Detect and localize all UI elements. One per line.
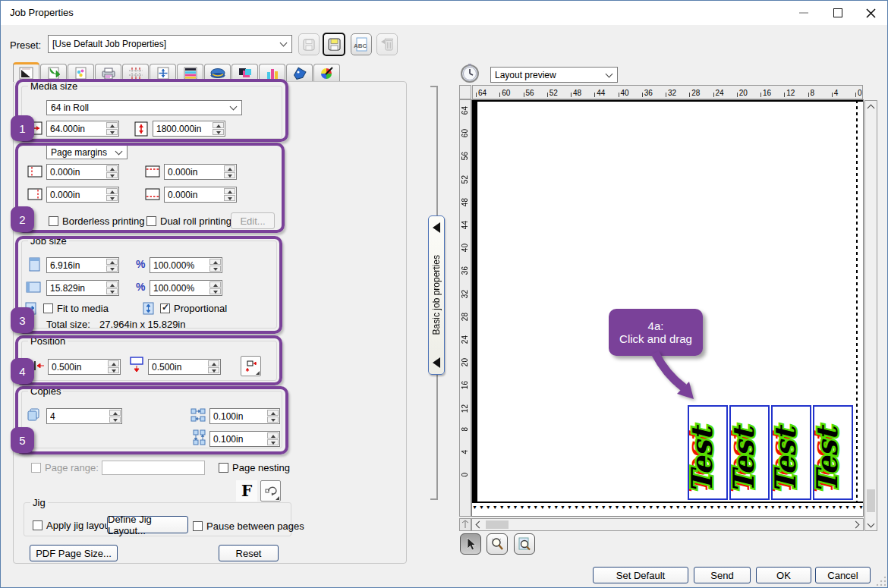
job-width-percent-spinner[interactable] [209, 259, 221, 272]
zoom-to-page-button[interactable] [514, 533, 535, 555]
close-button[interactable] [854, 1, 888, 25]
media-height-field[interactable] [153, 121, 225, 137]
maximize-button[interactable] [820, 1, 855, 25]
page-nesting-checkbox[interactable] [219, 463, 228, 473]
tab-calibration[interactable] [259, 64, 285, 81]
layout-preview-canvas[interactable]: ▼▼▼▼▼▼▼▼▼▼▼▼▼▼▼▼▼▼▼▼▼▼▼▼▼▼▼▼▼▼▼▼▼▼▼▼▼▼▼▼… [471, 99, 864, 517]
scroll-right-button[interactable] [851, 519, 863, 530]
chevron-down-icon [280, 39, 288, 47]
tab-color-management[interactable] [68, 64, 94, 81]
preset-combobox[interactable]: [Use Default Job Properties] [48, 35, 292, 53]
advanced-hat-tab-icon [209, 67, 226, 80]
scroll-left-button[interactable] [472, 519, 484, 530]
margin-right-spinner[interactable] [106, 188, 118, 201]
maximize-icon [833, 8, 842, 17]
preview-test-copy[interactable]: Test Test [813, 405, 853, 500]
apply-jig-checkbox[interactable] [33, 520, 43, 530]
margin-right-field[interactable] [46, 187, 119, 203]
job-height-field[interactable] [46, 280, 119, 296]
rename-preset-button[interactable]: ABC [351, 33, 372, 55]
color-management-tab-icon [74, 67, 89, 80]
preview-test-copy[interactable]: Test Test [688, 405, 728, 500]
preview-vscrollbar[interactable] [864, 100, 877, 531]
margin-bottom-field[interactable] [164, 187, 237, 203]
proportional-label: Proportional [174, 303, 227, 314]
tab-printer-options[interactable] [95, 64, 121, 81]
copies-count-spinner[interactable] [109, 410, 121, 423]
v-spacing-spinner[interactable] [267, 432, 279, 445]
page-range-checkbox[interactable] [31, 463, 41, 473]
v-spacing-field[interactable] [209, 431, 280, 447]
margin-left-field[interactable] [46, 164, 119, 180]
dual-roll-checkbox[interactable] [146, 216, 156, 226]
tab-workflow[interactable] [40, 64, 67, 81]
media-width-spinner[interactable] [106, 122, 118, 135]
job-height-percent-field[interactable] [150, 280, 222, 296]
job-height-icon [26, 281, 41, 293]
margins-mode-combobox[interactable]: Page margins [46, 145, 128, 159]
position-x-spinner[interactable] [108, 360, 119, 373]
preview-mode-combobox[interactable]: Layout preview [490, 67, 618, 83]
preview-test-copy[interactable]: Test Test [771, 405, 811, 500]
minimize-button[interactable] [786, 1, 820, 25]
pdf-page-size-button[interactable]: PDF Page Size... [30, 545, 118, 561]
margin-top-field[interactable] [164, 164, 237, 180]
margin-top-spinner[interactable] [224, 165, 235, 178]
scroll-up-button[interactable] [865, 101, 877, 113]
proportional-checkbox[interactable] [160, 303, 170, 313]
media-height-spinner[interactable] [213, 122, 224, 135]
step5-badge: 5 [11, 427, 34, 453]
fit-to-media-checkbox[interactable] [43, 303, 53, 313]
pause-pages-checkbox[interactable] [193, 521, 203, 531]
tab-color-picker[interactable] [313, 64, 340, 81]
basic-properties-collapse-bar[interactable]: Basic job properties [428, 215, 445, 375]
send-button[interactable]: Send [694, 567, 751, 583]
reset-button[interactable]: Reset [219, 545, 279, 561]
tab-color-mapping[interactable] [231, 64, 258, 81]
cancel-button[interactable]: Cancel [815, 567, 871, 583]
vscroll-thumb[interactable] [867, 489, 875, 512]
job-width-field[interactable] [46, 257, 119, 273]
tab-tiling-marks[interactable] [122, 64, 149, 81]
position-y-field[interactable] [148, 359, 221, 375]
ok-button[interactable]: OK [756, 567, 811, 583]
tab-page-position[interactable] [150, 64, 176, 81]
job-width-spinner[interactable] [106, 259, 118, 272]
position-y-spinner[interactable] [208, 360, 219, 373]
zoom-tool-button[interactable] [487, 533, 508, 555]
media-width-field[interactable] [46, 121, 119, 137]
set-default-button[interactable]: Set Default [593, 567, 688, 583]
margin-left-spinner[interactable] [106, 165, 118, 178]
job-height-percent-spinner[interactable] [209, 281, 221, 294]
preview-hscrollbar[interactable] [471, 518, 864, 531]
zoom-to-page-icon [518, 537, 531, 551]
resize-grip[interactable] [875, 575, 886, 586]
preview-test-copy[interactable]: Test Test [729, 405, 770, 500]
tab-advanced[interactable] [204, 64, 231, 81]
tab-basic-layout[interactable] [13, 62, 39, 82]
h-spacing-spinner[interactable] [267, 410, 279, 423]
copies-icon [26, 407, 41, 422]
hscroll-thumb[interactable] [486, 520, 509, 529]
media-roll-combobox[interactable]: 64 in Roll [46, 100, 242, 115]
position-x-field[interactable] [48, 359, 121, 375]
delete-preset-button[interactable] [376, 33, 398, 55]
tab-separations[interactable] [177, 64, 203, 81]
define-jig-button[interactable]: Define Jig Layout... [107, 516, 188, 533]
job-height-spinner[interactable] [106, 281, 118, 294]
page-range-input[interactable] [102, 461, 205, 475]
job-width-percent-field[interactable] [150, 257, 222, 273]
scroll-down-button[interactable] [865, 518, 877, 530]
copies-count-field[interactable] [46, 408, 122, 424]
borderless-checkbox[interactable] [49, 216, 58, 226]
rotate-button[interactable] [260, 480, 281, 502]
select-tool-button[interactable] [460, 533, 481, 555]
test-artwork: Test Test [814, 407, 852, 498]
tab-label[interactable] [286, 64, 313, 81]
margin-bottom-spinner[interactable] [224, 188, 235, 201]
position-anchor-button[interactable] [241, 356, 261, 376]
save-preset-as-button[interactable] [323, 33, 345, 56]
h-spacing-field[interactable] [209, 408, 280, 424]
edit-button[interactable]: Edit... [231, 212, 275, 229]
save-preset-button[interactable] [298, 33, 320, 55]
